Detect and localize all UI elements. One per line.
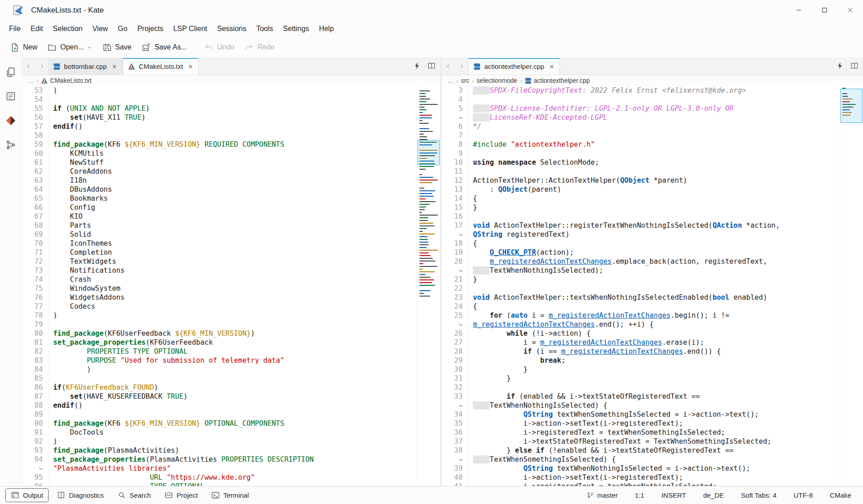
code-area[interactable]: 3 SPDX-FileCopyrightText: 2022 Felix Ern… bbox=[442, 86, 840, 486]
quick-open-button[interactable] bbox=[413, 62, 421, 72]
sidebar-tool-filesystem[interactable] bbox=[4, 90, 18, 103]
statusbar-terminal-button[interactable]: Terminal bbox=[206, 488, 254, 502]
minimap-scrollbar[interactable] bbox=[840, 86, 863, 486]
line-text: PROPERTIES TYPE OPTIONAL bbox=[49, 347, 188, 356]
breadcrumb-ellipsis[interactable]: … bbox=[447, 77, 454, 84]
code-line: ↪ TextWhenNothingIsSelected) { bbox=[442, 401, 840, 410]
save-button[interactable]: Save bbox=[98, 40, 136, 55]
statusbar-search-button[interactable]: Search bbox=[112, 488, 157, 502]
code-token: i->registeredText = textWhenSomethingIsS… bbox=[473, 428, 725, 436]
save-as-button[interactable]: Save As... bbox=[137, 40, 191, 55]
code-line: 72 TextWidgets bbox=[22, 257, 417, 266]
statusbar-button-label: Project bbox=[177, 491, 198, 499]
line-text: Solid bbox=[49, 230, 91, 239]
line-text: QString registeredText) bbox=[469, 230, 570, 239]
menu-item-sessions[interactable]: Sessions bbox=[212, 22, 251, 35]
code-token: OPTIONAL_COMPONENTS bbox=[204, 419, 284, 428]
close-icon bbox=[846, 6, 854, 14]
breadcrumb-cmakelists-txt[interactable]: CMakeLists.txt bbox=[41, 77, 91, 84]
minimize-button[interactable] bbox=[786, 0, 812, 20]
code-line: 69 Solid bbox=[22, 230, 417, 239]
line-number: 75 bbox=[22, 284, 49, 293]
status-insert[interactable]: INSERT bbox=[661, 491, 686, 499]
statusbar-project-button[interactable]: Project bbox=[159, 488, 203, 502]
menu-item-view[interactable]: View bbox=[87, 22, 113, 35]
split-view-button[interactable] bbox=[427, 62, 436, 72]
status-soft-tabs-4[interactable]: Soft Tabs: 4 bbox=[741, 491, 777, 499]
tab-bottombar-cpp[interactable]: C++bottombar.cpp bbox=[48, 58, 123, 75]
sidebar-tool-git-graph[interactable] bbox=[4, 138, 18, 152]
quick-open-button[interactable] bbox=[836, 62, 844, 72]
line-text: Parts bbox=[49, 221, 91, 230]
code-line: 83 PURPOSE "Used for submission of telem… bbox=[22, 356, 417, 365]
maximize-button[interactable] bbox=[812, 0, 837, 20]
sidebar-tool-project[interactable] bbox=[4, 114, 18, 127]
menu-item-file[interactable]: File bbox=[4, 22, 26, 35]
breadcrumb-ellipsis[interactable]: … bbox=[27, 77, 34, 84]
code-area[interactable]: 53)5455if (UNIX AND NOT APPLE)56 set(HAV… bbox=[22, 86, 417, 486]
breadcrumb-selectionmode[interactable]: selectionmode bbox=[477, 77, 517, 84]
code-token bbox=[473, 104, 490, 112]
code-line: 78) bbox=[22, 311, 417, 320]
code-token: set bbox=[70, 392, 82, 400]
line-number: 41 bbox=[442, 482, 469, 486]
code-token: "https://www.kde.org" bbox=[167, 473, 255, 482]
menu-item-projects[interactable]: Projects bbox=[132, 22, 168, 35]
tab-close-icon[interactable] bbox=[112, 64, 117, 69]
menu-item-tools[interactable]: Tools bbox=[251, 22, 278, 35]
minimap-scrollbar[interactable] bbox=[417, 86, 440, 486]
status-utf-8[interactable]: UTF-8 bbox=[794, 491, 813, 499]
code-token bbox=[473, 356, 540, 364]
tab-close-icon[interactable] bbox=[188, 64, 193, 69]
code-token bbox=[473, 455, 490, 464]
code-line: 36 i->registeredText = textWhenSomething… bbox=[442, 428, 840, 437]
open-button[interactable]: Open... bbox=[43, 40, 96, 55]
new-button[interactable]: New bbox=[5, 40, 42, 55]
tab-close-icon[interactable] bbox=[549, 64, 554, 69]
code-token: UNIX AND NOT APPLE bbox=[70, 104, 145, 112]
status-de-de[interactable]: de_DE bbox=[703, 491, 724, 499]
minimap-viewport[interactable] bbox=[418, 140, 440, 165]
statusbar-diagnostics-button[interactable]: Diagnostics bbox=[51, 488, 109, 502]
line-text bbox=[469, 167, 473, 176]
code-token: m_registeredActionTextChanges bbox=[561, 347, 683, 356]
tab-cmakelists-txt[interactable]: CMakeLists.txt bbox=[123, 58, 199, 75]
tab-history-forward-button[interactable] bbox=[455, 58, 468, 75]
code-line: 88endif() bbox=[22, 401, 417, 410]
breadcrumb-actiontexthelper-cpp[interactable]: C++actiontexthelper.cpp bbox=[525, 77, 590, 84]
line-number: 71 bbox=[22, 248, 49, 257]
status-1-1[interactable]: 1:1 bbox=[635, 491, 645, 499]
code-token: KCMUtils bbox=[53, 149, 104, 158]
close-button[interactable] bbox=[837, 0, 863, 20]
status-value: CMake bbox=[830, 491, 851, 499]
tab-actiontexthelper-cpp[interactable]: C++actiontexthelper.cpp bbox=[468, 58, 560, 75]
status-value: master bbox=[597, 491, 618, 499]
status-value: INSERT bbox=[661, 491, 686, 499]
tab-history-back-button[interactable] bbox=[442, 58, 455, 75]
menu-item-go[interactable]: Go bbox=[113, 22, 132, 35]
minimap-line bbox=[419, 134, 424, 135]
line-text bbox=[49, 95, 53, 104]
minimap-line bbox=[419, 282, 432, 283]
menu-item-edit[interactable]: Edit bbox=[26, 22, 48, 35]
line-text: set(HAVE_KUSERFEEDBACK TRUE) bbox=[49, 392, 188, 401]
code-token: (HAVE_X11 bbox=[82, 113, 124, 122]
sidebar-tool-documents[interactable] bbox=[4, 65, 18, 79]
tab-history-forward-button[interactable] bbox=[35, 58, 48, 75]
line-number: 19 bbox=[442, 248, 469, 257]
menu-item-lsp-client[interactable]: LSP Client bbox=[168, 22, 212, 35]
minimap-viewport[interactable] bbox=[840, 89, 863, 123]
menu-item-help[interactable]: Help bbox=[314, 22, 339, 35]
code-token: ${KF6_MIN_VERSION} bbox=[175, 329, 251, 338]
statusbar-output-button[interactable]: Output bbox=[5, 488, 49, 502]
split-view-button[interactable] bbox=[850, 62, 858, 72]
menu-item-selection[interactable]: Selection bbox=[48, 22, 87, 35]
tab-history-back-button[interactable] bbox=[22, 58, 35, 75]
git-graph-icon bbox=[5, 140, 16, 150]
status-master[interactable]: master bbox=[586, 491, 618, 499]
code-line: 34 QString textWhenSomethingIsSelected =… bbox=[442, 410, 840, 419]
status-cmake[interactable]: CMake bbox=[830, 491, 851, 499]
code-line: 68 Parts bbox=[22, 221, 417, 230]
menu-item-settings[interactable]: Settings bbox=[278, 22, 314, 35]
breadcrumb-src[interactable]: src bbox=[461, 77, 469, 84]
